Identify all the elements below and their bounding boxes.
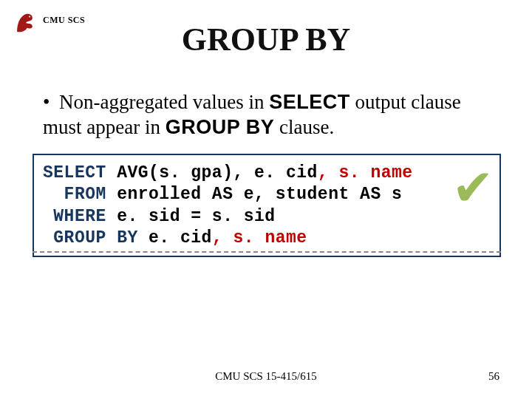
code-l4-highlight: , s. name — [212, 228, 307, 248]
code-line-2: FROM enrolled AS e, student AS s — [43, 184, 491, 205]
dashed-divider — [33, 251, 501, 253]
bullet-keyword-groupby: GROUP BY — [166, 116, 275, 138]
code-l3-rest: e. sid = s. sid — [106, 207, 276, 226]
code-kw-where: WHERE — [43, 207, 106, 226]
bullet-dot-icon: • — [43, 90, 59, 115]
bullet-text: Non-aggregated values in SELECT output c… — [43, 91, 461, 138]
footer-page-number: 56 — [488, 370, 499, 383]
sql-code-block: SELECT AVG(s. gpa), e. cid, s. name FROM… — [33, 154, 501, 257]
code-line-3: WHERE e. sid = s. sid — [43, 206, 491, 228]
bullet-pre: Non-aggregated values in — [59, 91, 269, 113]
code-l1-rest: AVG(s. gpa), e. cid — [106, 163, 318, 183]
code-l4-rest: e. cid — [149, 228, 212, 248]
bullet-keyword-select: SELECT — [269, 91, 350, 113]
code-line-1: SELECT AVG(s. gpa), e. cid, s. name — [43, 163, 491, 184]
footer-course-code: CMU SCS 15-415/615 — [0, 370, 532, 383]
svg-point-0 — [29, 16, 30, 17]
code-kw-select: SELECT — [43, 163, 106, 183]
code-kw-by: BY — [106, 228, 149, 248]
code-line-4: GROUP BY e. cid, s. name — [43, 228, 491, 249]
bullet-post: clause. — [274, 116, 334, 138]
code-kw-from: FROM — [43, 185, 106, 204]
code-l1-highlight: , s. name — [318, 163, 413, 183]
slide-title: GROUP BY — [0, 21, 532, 58]
bullet-point: •Non-aggregated values in SELECT output … — [43, 90, 497, 140]
code-l2-rest: enrolled AS e, student AS s — [106, 185, 402, 204]
code-kw-group: GROUP — [43, 228, 106, 248]
